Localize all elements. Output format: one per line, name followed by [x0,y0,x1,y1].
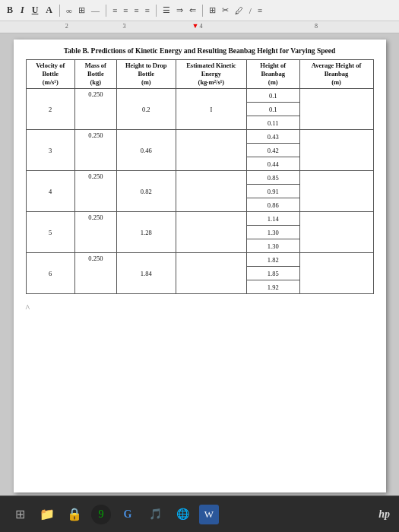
cell-beanbag-height: 1.30 [246,239,299,253]
divider-2 [106,5,106,17]
cell-beanbag-height: 0.91 [246,185,299,198]
cell-beanbag-height: 0.86 [246,198,299,212]
browser-icon[interactable]: 🌐 [172,504,193,525]
cell-velocity: 3 [26,130,74,171]
cell-beanbag-height: 0.42 [246,144,299,157]
cell-beanbag-height: 0.44 [246,157,299,171]
cell-velocity: 4 [26,171,74,212]
ruler-mark-2: 2 [65,23,68,30]
cell-height-drop: 1.28 [116,212,176,253]
divider-1 [59,5,60,17]
ruler-arrow: ▼ [192,22,198,30]
table-icon[interactable]: ⊞ [207,5,217,16]
table-title: Table B. Predictions of Kinetic Energy a… [26,47,374,55]
cell-kinetic-energy [176,130,246,171]
cell-avg-height [299,253,373,294]
start-icon[interactable]: ⊞ [9,504,30,525]
loop-icon[interactable]: ∞ [65,5,74,16]
col-header-velocity: Velocity of Bottle (m/s¹) [26,60,74,89]
cell-height-drop: 0.46 [116,130,176,171]
col-header-avg-height: Average Height of Beanbag (m) [299,60,373,89]
grid-icon[interactable]: ⊞ [77,5,87,16]
cell-mass: 0.250 [74,212,116,253]
cell-beanbag-height: 1.92 [246,280,299,294]
cell-kinetic-energy [176,171,246,212]
cell-velocity: 2 [26,89,74,130]
ruler-mark-3: 3 [123,23,126,30]
table-row: 50.2501.281.14 [26,212,373,226]
italic-button[interactable]: I [18,4,27,17]
paint-icon[interactable]: 🖊 [233,5,245,16]
cell-beanbag-height: 0.85 [246,171,299,185]
cell-kinetic-energy [176,212,246,253]
table-row: 60.2501.841.82 [26,253,373,267]
cell-beanbag-height: 0.43 [246,130,299,144]
cell-beanbag-height: 0.11 [246,116,299,130]
outdent-icon[interactable]: ⇐ [188,5,198,16]
col-header-height-drop: Height to Drop Bottle (m) [116,60,176,89]
divider-4 [202,5,203,17]
divider-3 [156,5,157,17]
cell-beanbag-height: 1.82 [246,253,299,267]
cell-kinetic-energy [176,253,246,294]
more-icon[interactable]: ≡ [256,5,264,16]
ruler-mark-8: 8 [315,23,318,30]
google-icon[interactable]: G [117,504,138,525]
cell-mass: 0.250 [74,171,116,212]
cell-beanbag-height: 1.30 [246,226,299,239]
cell-kinetic-energy: I [176,89,246,130]
cell-avg-height [299,130,373,171]
cell-height-drop: 0.2 [116,89,176,130]
hp-brand: hp [378,508,390,521]
up-arrow-area: ^ [26,300,374,315]
cell-beanbag-height: 1.14 [246,212,299,226]
table-row: 40.2500.820.85 [26,171,373,185]
page: Table B. Predictions of Kinetic Energy a… [14,40,386,492]
cell-mass: 0.250 [74,130,116,171]
data-table: Velocity of Bottle (m/s¹) Mass of Bottle… [26,59,374,294]
nine-icon[interactable]: 9 [91,505,111,524]
dash-icon[interactable]: — [90,5,101,16]
cell-beanbag-height: 1.85 [246,267,299,280]
cell-velocity: 6 [26,253,74,294]
line-icon[interactable]: / [248,5,253,16]
cell-mass: 0.250 [74,89,116,130]
underline-button[interactable]: U [30,4,41,17]
align-justify-icon[interactable]: ≡ [144,5,151,16]
cell-height-drop: 0.82 [116,171,176,212]
lock-icon[interactable]: 🔒 [64,504,85,525]
list-icon[interactable]: ☰ [161,5,172,16]
ruler-marks: 2 3 4 8 ▼ [8,21,391,33]
cell-beanbag-height: 0.1 [246,103,299,116]
file-explorer-icon[interactable]: 📁 [36,504,58,525]
bold-button[interactable]: B [5,4,15,17]
cell-mass: 0.250 [74,253,116,294]
cell-avg-height [299,89,373,130]
document-area: Table B. Predictions of Kinetic Energy a… [0,33,399,496]
align-left-icon[interactable]: ≡ [111,5,119,16]
cell-velocity: 5 [26,212,74,253]
cell-beanbag-height: 0.1 [246,89,299,103]
music-icon[interactable]: 🎵 [144,504,166,525]
scissors-icon[interactable]: ✂ [220,5,230,16]
align-right-icon[interactable]: ≡ [132,5,140,16]
cell-avg-height [299,212,373,253]
table-row: 20.2500.2I0.1 [26,89,373,103]
taskbar-left: ⊞ 📁 🔒 9 G 🎵 🌐 W [9,504,219,525]
col-header-beanbag-height: Height of Beanbag (m) [246,60,299,89]
up-arrow-icon: ^ [26,302,30,313]
col-header-kinetic: Estimated Kinetic Energy (kg·m²/s¹) [176,60,246,89]
word-icon[interactable]: W [199,505,219,524]
taskbar-right: hp [378,508,390,521]
toolbar: B I U A ∞ ⊞ — ≡ ≡ ≡ ≡ ☰ ⇒ ⇐ ⊞ ✂ 🖊 / ≡ [0,0,399,21]
col-header-mass: Mass of Bottle (kg) [74,60,116,89]
indent-icon[interactable]: ⇒ [175,5,185,16]
cell-height-drop: 1.84 [116,253,176,294]
taskbar: ⊞ 📁 🔒 9 G 🎵 🌐 W hp [0,496,399,532]
align-center-icon[interactable]: ≡ [122,5,129,16]
color-button[interactable]: A [43,4,55,17]
ruler: 2 3 4 8 ▼ [0,21,399,33]
ruler-mark-4: 4 [200,23,203,30]
table-row: 30.2500.460.43 [26,130,373,144]
cell-avg-height [299,171,373,212]
